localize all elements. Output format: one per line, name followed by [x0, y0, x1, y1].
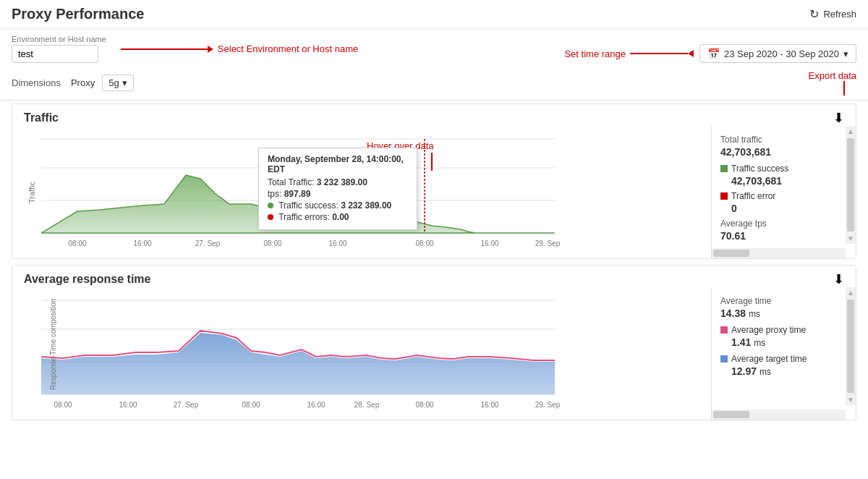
date-picker[interactable]: 📅 23 Sep 2020 - 30 Sep 2020 ▾ [699, 44, 856, 63]
avg-time-unit: ms [749, 309, 760, 319]
target-time-value: 12.97 [731, 365, 757, 377]
success-legend-box [720, 165, 728, 172]
response-sidebar-hscroll[interactable] [712, 410, 846, 420]
page-title: Proxy Performance [12, 6, 144, 22]
hover-annotation: Hover over data [367, 140, 434, 171]
hscroll-thumb [713, 250, 749, 257]
traffic-chart-title: Traffic [24, 111, 59, 124]
svg-text:29. Sep: 29. Sep [535, 240, 561, 247]
total-traffic-value: 42,703,681 [720, 146, 837, 158]
total-traffic-label: Total traffic [720, 135, 837, 145]
refresh-button[interactable]: ↻ Refresh [809, 7, 856, 21]
traffic-chart-svg: 24000000 16000000 8000000 0 08:00 16: [41, 132, 569, 258]
avg-time-label: Average time [720, 296, 837, 306]
dimensions-label: Dimensions [12, 77, 61, 88]
time-section: Set time range 📅 23 Sep 2020 - 30 Sep 20… [564, 44, 856, 63]
svg-text:27. Sep: 27. Sep [174, 401, 199, 409]
proxy-time-unit: ms [754, 338, 765, 348]
page-header: Proxy Performance ↻ Refresh [0, 0, 868, 29]
avg-tps-value: 70.61 [720, 230, 837, 242]
svg-marker-8 [41, 175, 555, 233]
svg-text:08:00: 08:00 [263, 240, 281, 247]
response-scroll-down-arrow[interactable]: ▼ [846, 394, 856, 405]
error-traffic-value: 0 [731, 203, 837, 214]
svg-text:28. Sep: 28. Sep [354, 401, 380, 409]
refresh-icon: ↻ [809, 7, 819, 21]
traffic-chart-section: Traffic ⬇ Traffic 24000000 16000000 8000… [12, 103, 856, 259]
env-select-wrapper: test [12, 45, 106, 63]
time-arrow-line [630, 50, 694, 57]
response-export-button[interactable]: ⬇ [833, 271, 844, 287]
svg-text:08:00: 08:00 [68, 240, 86, 247]
svg-text:08:00: 08:00 [415, 401, 433, 409]
response-chart-inner: Response-Time composition 36 ms 24 ms 12… [12, 287, 856, 420]
svg-text:16:00: 16:00 [119, 401, 137, 409]
traffic-chart-inner: Traffic 24000000 16000000 8000000 0 [12, 126, 856, 258]
svg-text:16:00: 16:00 [328, 240, 346, 247]
svg-text:16:00: 16:00 [480, 240, 498, 247]
svg-text:08:00: 08:00 [54, 401, 72, 409]
svg-text:16:00: 16:00 [480, 401, 498, 409]
chevron-down-icon: ▾ [122, 77, 127, 88]
env-dropdown[interactable]: test [12, 45, 98, 63]
export-arrow-shaft [843, 81, 845, 96]
env-arrow-shaft [121, 48, 208, 50]
scroll-up-arrow[interactable]: ▲ [846, 126, 856, 137]
env-section: Environment or Host name test [12, 35, 106, 63]
traffic-chart-main: Traffic 24000000 16000000 8000000 0 [12, 126, 711, 258]
calendar-icon: 📅 [707, 48, 720, 59]
avg-time-value: 14.38 [720, 308, 746, 319]
traffic-export-button[interactable]: ⬇ [833, 110, 844, 126]
svg-text:08:00: 08:00 [415, 240, 433, 247]
dimensions-bar: Dimensions Proxy 5g ▾ Export data [0, 66, 868, 101]
target-time-unit: ms [760, 367, 771, 377]
time-arrow-head [688, 50, 694, 57]
time-annotation: Set time range [564, 48, 694, 59]
svg-text:29. Sep: 29. Sep [535, 401, 561, 409]
traffic-y-axis-label: Traffic [27, 182, 36, 203]
response-y-axis-label: Response-Time composition [49, 318, 57, 390]
error-legend-box [720, 192, 728, 200]
response-chart-main: Response-Time composition 36 ms 24 ms 12… [12, 287, 711, 420]
env-label: Environment or Host name [12, 35, 106, 43]
response-chart-svg: 36 ms 24 ms 12 ms 0 ms 08:00 16:00 27. [41, 293, 569, 420]
time-arrow-shaft [630, 53, 688, 54]
proxy-time-value: 1.41 [731, 336, 751, 348]
traffic-sidebar-vscroll[interactable]: ▲ ▼ [846, 126, 856, 244]
controls-bar: Environment or Host name test Select Env… [0, 29, 868, 66]
response-scroll-thumb [847, 300, 854, 393]
response-scroll-up-arrow[interactable]: ▲ [846, 287, 856, 298]
response-chart-section: Average response time ⬇ Response-Time co… [12, 265, 856, 420]
env-arrow-line [121, 46, 213, 53]
target-legend: Average target time [720, 354, 837, 364]
response-sidebar: Average time 14.38 ms Average proxy time… [711, 287, 856, 420]
success-legend: Traffic success [720, 164, 837, 174]
proxy-legend: Average proxy time [720, 325, 837, 335]
chevron-down-icon: ▾ [843, 48, 848, 59]
svg-text:16:00: 16:00 [307, 401, 325, 409]
error-legend: Traffic error [720, 191, 837, 201]
response-sidebar-vscroll[interactable]: ▲ ▼ [846, 287, 856, 405]
scroll-down-arrow[interactable]: ▼ [846, 233, 856, 244]
success-traffic-value: 42,703,681 [731, 175, 837, 187]
traffic-sidebar: Total traffic 42,703,681 Traffic success… [711, 126, 856, 258]
env-annotation: Select Environment or Host name [121, 43, 358, 54]
env-arrow-head [208, 46, 213, 53]
svg-text:27. Sep: 27. Sep [195, 240, 221, 247]
svg-marker-26 [41, 333, 555, 394]
scroll-thumb [847, 138, 854, 232]
proxy-legend-box [720, 326, 728, 334]
avg-tps-label: Average tps [720, 219, 837, 229]
response-hscroll-thumb [713, 411, 749, 418]
proxy-label: Proxy [71, 77, 95, 88]
svg-text:08:00: 08:00 [242, 401, 260, 409]
export-annotation-label: Export data [809, 70, 857, 81]
target-legend-box [720, 355, 728, 363]
proxy-select[interactable]: 5g ▾ [102, 75, 133, 91]
response-chart-title: Average response time [24, 273, 150, 286]
svg-text:16:00: 16:00 [133, 240, 151, 247]
traffic-sidebar-hscroll[interactable] [712, 248, 846, 258]
